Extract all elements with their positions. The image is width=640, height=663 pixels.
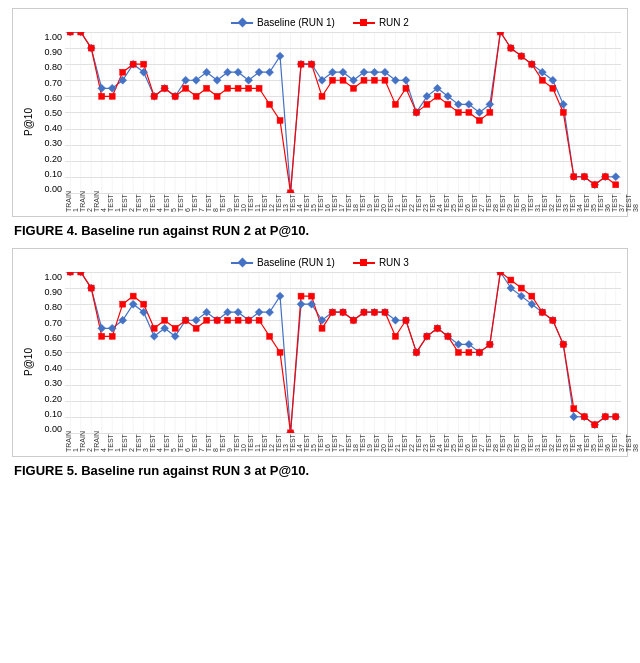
svg-rect-312 — [560, 341, 566, 347]
x-label-item: TEST 35 — [583, 194, 597, 212]
x-label-item: TEST 17 — [331, 434, 345, 452]
svg-rect-130 — [319, 93, 325, 99]
svg-marker-73 — [276, 52, 284, 60]
svg-rect-131 — [330, 77, 336, 83]
x-label-item: TEST 21 — [387, 194, 401, 212]
svg-rect-109 — [99, 93, 105, 99]
legend2-run3-label: RUN 3 — [379, 257, 409, 268]
svg-rect-265 — [67, 272, 73, 275]
svg-marker-72 — [266, 68, 274, 76]
chart2-y-axis-label: P@10 — [19, 272, 35, 452]
svg-rect-293 — [361, 309, 367, 315]
x-label-item: TEST 7 — [191, 434, 205, 452]
x-label-item: TRAIN 1 — [65, 191, 79, 212]
svg-rect-148 — [508, 45, 514, 51]
svg-rect-124 — [256, 85, 262, 91]
svg-rect-122 — [235, 85, 241, 91]
svg-rect-273 — [151, 325, 157, 331]
x-label-item: TEST 22 — [401, 194, 415, 212]
svg-rect-129 — [309, 61, 315, 67]
x-label-item: TEST 7 — [191, 194, 205, 212]
chart1-y-axis-label: P@10 — [19, 32, 35, 212]
x-label-item: TEST 37 — [611, 434, 625, 452]
svg-rect-135 — [371, 77, 377, 83]
legend-run2-label: RUN 2 — [379, 17, 409, 28]
x-label-item: TEST 18 — [345, 194, 359, 212]
svg-rect-308 — [518, 285, 524, 291]
x-label-item: TEST 3 — [135, 434, 149, 452]
x-label-item: TEST 37 — [611, 194, 625, 212]
svg-rect-272 — [141, 301, 147, 307]
svg-rect-270 — [120, 301, 126, 307]
legend2-item-run3: RUN 3 — [353, 257, 409, 268]
x-label-item: TEST 20 — [373, 434, 387, 452]
x-label-item: TEST 15 — [303, 194, 317, 212]
svg-rect-128 — [298, 61, 304, 67]
chart1-area: P@10 1.00 0.90 0.80 0.70 0.60 0.50 0.40 … — [19, 32, 621, 212]
svg-rect-155 — [581, 174, 587, 180]
svg-rect-292 — [351, 317, 357, 323]
x-label-item: TEST 33 — [555, 434, 569, 452]
chart2-plot: TRAIN 1TRAIN 2TRAIN 4TEST 1TEST 2TEST 3T… — [65, 272, 621, 452]
x-label-item: TEST 30 — [513, 434, 527, 452]
svg-rect-279 — [214, 317, 220, 323]
svg-rect-140 — [424, 101, 430, 107]
chart2-container: Baseline (RUN 1) RUN 3 P@10 1.00 0.90 0.… — [12, 248, 628, 457]
svg-rect-107 — [78, 32, 84, 35]
svg-rect-317 — [613, 414, 619, 420]
svg-rect-146 — [487, 109, 493, 115]
x-label-item: TEST 25 — [443, 434, 457, 452]
svg-rect-316 — [602, 414, 608, 420]
x-label-item: TEST 35 — [583, 434, 597, 452]
x-label-item: TRAIN 2 — [79, 431, 93, 452]
svg-rect-311 — [550, 317, 556, 323]
svg-rect-290 — [330, 309, 336, 315]
x-label-item: TEST 38 — [625, 194, 639, 212]
x-label-item: TEST 31 — [527, 434, 541, 452]
x-label-item: TEST 16 — [317, 194, 331, 212]
svg-rect-142 — [445, 101, 451, 107]
x-label-item: TEST 29 — [499, 434, 513, 452]
svg-rect-108 — [88, 45, 94, 51]
legend-item-run2: RUN 2 — [353, 17, 409, 28]
svg-rect-294 — [371, 309, 377, 315]
x-label-item: TEST 28 — [485, 434, 499, 452]
svg-rect-284 — [267, 333, 273, 339]
svg-rect-151 — [539, 77, 545, 83]
svg-rect-298 — [413, 349, 419, 355]
svg-marker-64 — [182, 76, 190, 84]
figure4-label: FIGURE 4. — [14, 223, 78, 238]
x-label-item: TEST 29 — [499, 194, 513, 212]
svg-rect-301 — [445, 333, 451, 339]
x-label-item: TEST 30 — [513, 194, 527, 212]
x-label-item: TEST 11 — [247, 194, 261, 212]
x-label-item: TEST 4 — [149, 194, 163, 212]
x-label-item: TEST 33 — [555, 194, 569, 212]
x-label-item: TEST 26 — [457, 194, 471, 212]
legend-item-baseline: Baseline (RUN 1) — [231, 17, 335, 28]
x-label-item: TEST 10 — [233, 434, 247, 452]
svg-rect-299 — [424, 333, 430, 339]
svg-marker-85 — [402, 76, 410, 84]
svg-rect-141 — [434, 93, 440, 99]
svg-rect-276 — [183, 317, 189, 323]
svg-rect-117 — [183, 85, 189, 91]
svg-rect-158 — [613, 182, 619, 188]
x-label-item: TEST 5 — [163, 434, 177, 452]
chart1-plot: TRAIN 1TRAIN 2TRAIN 4TEST 1TEST 2TEST 3T… — [65, 32, 621, 212]
svg-rect-120 — [214, 93, 220, 99]
svg-rect-149 — [518, 53, 524, 59]
figure5-text: Baseline run against RUN 3 at P@10. — [81, 463, 309, 478]
svg-rect-280 — [225, 317, 231, 323]
chart2-svg — [65, 272, 621, 433]
chart1-x-labels: TRAIN 1TRAIN 2TRAIN 4TEST 1TEST 2TEST 3T… — [65, 194, 621, 212]
chart2-x-labels: TRAIN 1TRAIN 2TRAIN 4TEST 1TEST 2TEST 3T… — [65, 434, 621, 452]
chart1-container: Baseline (RUN 1) RUN 2 P@10 1.00 0.90 0.… — [12, 8, 628, 217]
figure4-caption: FIGURE 4. Baseline run against RUN 2 at … — [12, 223, 628, 238]
x-label-item: TEST 22 — [401, 434, 415, 452]
svg-rect-271 — [130, 293, 136, 299]
svg-rect-132 — [340, 77, 346, 83]
svg-rect-112 — [130, 61, 136, 67]
svg-rect-307 — [508, 277, 514, 283]
svg-rect-302 — [455, 349, 461, 355]
